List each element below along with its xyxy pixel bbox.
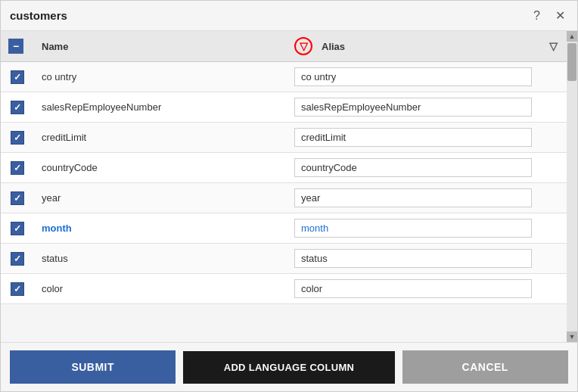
header-checkbox-cell: − [1,33,34,60]
row-checkbox[interactable]: ✓ [11,161,24,175]
row-last-cell [539,72,567,82]
row-name: status [34,247,287,269]
alias-input[interactable] [294,98,532,117]
row-last-cell [539,223,567,234]
row-checkbox-cell: ✓ [1,216,34,241]
row-last-cell [539,132,567,143]
table-row: ✓co untry [1,62,567,92]
row-checkbox-cell: ✓ [1,156,34,180]
row-last-cell [539,163,567,173]
row-alias-cell [287,213,539,243]
table-row: ✓countryCode [1,153,567,183]
row-checkbox[interactable]: ✓ [11,222,24,235]
row-alias-cell [287,153,539,182]
scroll-up-arrow[interactable]: ▲ [567,31,577,42]
footer: SUBMIT ADD LANGUAGE COLUMN CANCEL [1,342,577,391]
table-row: ✓salesRepEmployeeNumber [1,92,567,123]
row-checkbox-cell: ✓ [1,186,34,210]
row-last-cell [539,284,567,294]
header-filter-cell: ▽ [539,34,567,58]
row-checkbox-cell: ✓ [1,247,34,271]
header-alias-label: Alias [322,41,345,52]
row-name: co untry [34,66,287,88]
table-row: ✓year [1,183,567,213]
filter-circled-icon[interactable]: ▽ [294,37,312,55]
header-alias-cell: ▽ Alias [287,31,539,61]
alias-input[interactable] [294,128,532,147]
row-alias-cell [287,183,539,213]
alias-input[interactable] [294,158,532,177]
alias-input[interactable] [294,219,532,238]
row-alias-cell [287,123,539,152]
scroll-track [567,42,577,331]
row-checkbox[interactable]: ✓ [11,282,24,296]
row-alias-cell [287,274,539,303]
table-row: ✓creditLimit [1,123,567,153]
row-checkbox-cell: ✓ [1,126,34,150]
row-checkbox[interactable]: ✓ [11,101,24,114]
table-row: ✓status [1,244,567,274]
header-name-cell: Name [34,35,287,58]
row-checkbox[interactable]: ✓ [11,252,24,266]
row-name: countryCode [34,157,287,179]
dialog-title: customers [10,9,67,22]
row-alias-cell [287,92,539,122]
submit-button[interactable]: SUBMIT [10,350,176,384]
main-content: − Name ▽ Alias ▽ ✓co untry✓salesRepEmplo… [1,31,577,342]
help-button[interactable]: ? [530,8,543,24]
row-checkbox[interactable]: ✓ [11,70,24,84]
scroll-down-arrow[interactable]: ▼ [567,331,577,342]
data-table-wrap: − Name ▽ Alias ▽ ✓co untry✓salesRepEmplo… [1,31,567,342]
row-checkbox[interactable]: ✓ [11,191,24,205]
row-name: year [34,187,287,209]
title-actions: ? ✕ [530,7,568,24]
table-row: ✓month [1,213,567,244]
row-last-cell [539,193,567,204]
row-name: creditLimit [34,126,287,148]
dialog-title-bar: customers ? ✕ [1,1,577,31]
customers-dialog: customers ? ✕ − Name ▽ Alias ▽ [0,0,578,392]
row-last-cell [539,254,567,264]
alias-input[interactable] [294,249,532,268]
close-button[interactable]: ✕ [552,7,568,24]
row-checkbox-cell: ✓ [1,95,34,120]
table-row: ✓color [1,274,567,304]
row-alias-cell [287,62,539,92]
alias-input[interactable] [294,279,532,298]
alias-input[interactable] [294,188,532,207]
row-last-cell [539,102,567,113]
row-name: salesRepEmployeeNumber [34,96,287,118]
header-name-label: Name [42,41,68,52]
row-name: color [34,278,287,300]
table-header: − Name ▽ Alias ▽ [1,31,567,62]
scrollbar: ▲ ▼ [567,31,577,342]
scroll-thumb[interactable] [567,43,576,81]
row-checkbox-cell: ✓ [1,277,34,301]
filter-icon[interactable]: ▽ [549,40,558,52]
row-name: month [34,217,287,239]
alias-input[interactable] [294,67,532,86]
row-alias-cell [287,244,539,273]
header-minus-icon[interactable]: − [8,39,23,54]
row-checkbox[interactable]: ✓ [11,131,24,145]
cancel-button[interactable]: CANCEL [402,350,568,384]
table-body: ✓co untry✓salesRepEmployeeNumber✓creditL… [1,62,567,342]
row-checkbox-cell: ✓ [1,65,34,89]
add-language-button[interactable]: ADD LANGUAGE COLUMN [183,351,394,384]
